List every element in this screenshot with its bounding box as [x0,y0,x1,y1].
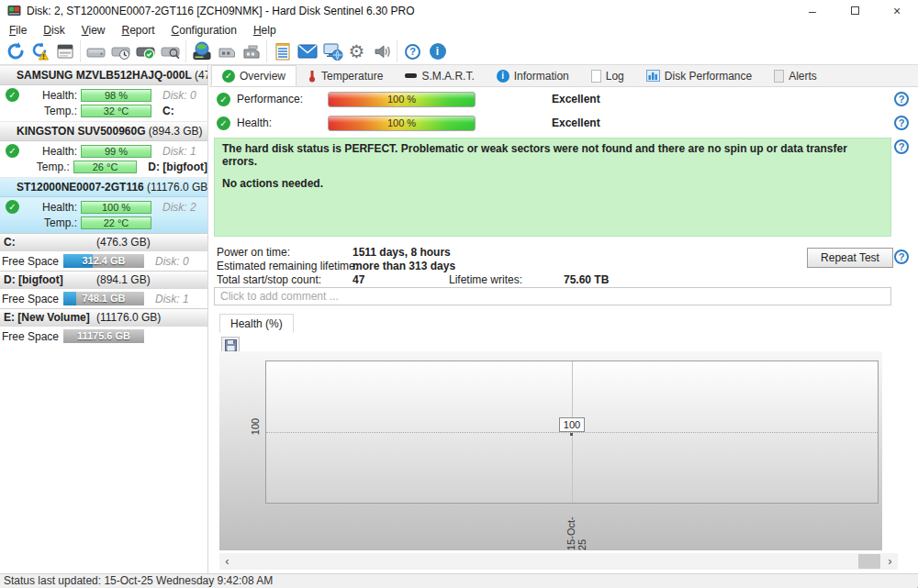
menu-item-help[interactable]: Help [245,22,285,39]
gear-glyph: ⚙ [349,42,365,61]
menu-item-configuration[interactable]: Configuration [163,22,245,39]
main-tab-strip: ✓ Overview Temperature S.M.A.R.T. i Info… [209,65,918,87]
repeat-test-button[interactable]: Repeat Test [807,248,893,268]
lifetime-writes-value: 75.60 TB [564,273,609,286]
maximize-button[interactable] [834,0,876,21]
disk-size: (476.9 GB) [195,69,207,82]
toolbar-separator [185,40,186,62]
menu-item-report[interactable]: Report [114,22,163,39]
drive-letter: D: [bigfoot] [148,161,207,173]
tab-information[interactable]: i Information [486,65,580,86]
disk-size: (11176.0 GB) [147,181,207,194]
tab-smart[interactable]: S.M.A.R.T. [394,65,485,86]
menu-item-disk[interactable]: Disk [35,22,73,39]
performance-row: ✓ Performance: 100 % Excellent ? [209,92,918,107]
app-icon [7,5,21,17]
globe-disk-icon[interactable] [189,39,214,63]
temp-bar: 22 °C [81,216,151,229]
chart-tab-label: Health (%) [230,317,283,330]
health-bar: 99 % [81,145,151,158]
tab-overview[interactable]: ✓ Overview [211,65,297,86]
comment-input[interactable] [214,287,891,305]
health-label: Health: [237,116,272,131]
question-glyph: ? [405,44,420,60]
scrollbar-thumb[interactable] [858,554,880,569]
tab-disk-performance[interactable]: Disk Performance [635,65,763,86]
disk-number: Disk: 2 [162,201,196,214]
disk-item-1[interactable]: KINGSTON SUV500960G (894.3 GB) ✓ Health:… [0,121,207,177]
help-icon[interactable]: ? [894,139,909,154]
disk-clock-icon[interactable] [108,39,133,63]
disk-name: ST12000NE0007-2GT116 [17,181,144,194]
free-space-label: Free Space [0,255,63,268]
overview-panel: ✓ Performance: 100 % Excellent ? ✓ Healt… [209,87,918,573]
disk-name: SAMSUNG MZVLB512HAJQ-000L [17,69,192,82]
help-icon[interactable]: ? [894,116,909,130]
close-button[interactable]: × [876,0,918,21]
remaining-lifetime-label: Estimated remaining lifetime: [217,260,358,272]
scroll-left-icon[interactable]: ‹ [219,554,235,569]
menu-item-file[interactable]: File [1,22,35,39]
remaining-lifetime-value: more than 313 days [353,260,455,272]
info-glyph: i [430,43,446,60]
health-ok-icon: ✓ [6,200,19,214]
tab-label: Information [514,70,569,83]
disk-header: SAMSUNG MZVLB512HAJQ-000L (476.9 GB) [0,65,207,85]
minimize-button[interactable]: – [791,0,834,21]
partition-size: (894.1 GB) [96,272,151,289]
chart-horizontal-scrollbar[interactable]: ‹ › [219,553,898,570]
health-chart-tab[interactable]: Health (%) [219,314,294,333]
refresh-icon[interactable] [3,39,28,63]
free-space-value: 748.1 GB [82,293,125,304]
help-icon[interactable]: ? [400,39,425,63]
disk-item-0[interactable]: SAMSUNG MZVLB512HAJQ-000L (476.9 GB) ✓ H… [0,65,207,121]
lifetime-writes-label: Lifetime writes: [449,273,522,286]
refresh-warning-icon[interactable] [28,39,52,63]
network-icon[interactable] [319,39,344,63]
partition-item-2[interactable]: E: [New Volume] (11176.0 GB) Free Space … [0,308,207,346]
status-message-line1: The hard disk status is PERFECT. Problem… [222,142,883,168]
temp-row: Temp.: 32 °C C: [0,103,207,118]
disk-search-icon[interactable] [158,39,183,63]
health-row: Health: 99 % Disk: 1 [0,143,207,159]
connector-alt-icon[interactable] [239,39,263,63]
help-icon[interactable]: ? [894,250,909,264]
tab-label: Alerts [789,70,817,83]
gear-icon[interactable]: ⚙ [344,39,369,63]
menu-item-view[interactable]: View [73,22,114,39]
start-stop-label: Total start/stop count: [217,273,321,286]
disk-check-icon[interactable] [133,39,158,63]
help-icon[interactable]: ? [894,92,909,106]
free-space-row: Free Space 11175.6 GB [0,327,207,346]
disk-item-2-selected[interactable]: ST12000NE0007-2GT116 (11176.0 GB) ✓ Heal… [0,177,207,233]
tab-label: S.M.A.R.T. [421,70,474,83]
disk-name: KINGSTON SUV500960G [17,125,146,138]
disk-number: Disk: 1 [162,145,196,158]
health-row: Health: 100 % Disk: 2 [0,199,207,215]
tab-log[interactable]: Log [580,65,635,86]
report-icon[interactable] [52,39,77,63]
partition-header: E: [New Volume] (11176.0 GB) [0,308,207,327]
free-space-label: Free Space [0,330,63,343]
performance-rating: Excellent [552,92,600,107]
y-axis-tick-label: 100 [250,418,261,435]
tab-label: Log [606,70,624,83]
tab-temperature[interactable]: Temperature [297,65,394,86]
speaker-icon[interactable] [369,39,394,63]
scroll-right-icon[interactable]: › [882,554,898,569]
status-text: Status last updated: 15-Oct-25 Wednesday… [4,574,273,587]
partition-item-0[interactable]: C: (476.3 GB) Free Space 312.4 GB Disk: … [0,233,207,271]
disk-number: Disk: 0 [155,255,189,268]
info-icon[interactable]: i [425,39,450,63]
disk-icon[interactable] [84,39,108,63]
floppy-icon [225,339,237,351]
tab-alerts[interactable]: Alerts [763,65,828,86]
resize-grip-icon[interactable] [913,583,915,585]
connector-icon[interactable] [214,39,239,63]
mail-icon[interactable] [295,39,319,63]
partition-size: (476.3 GB) [96,234,151,251]
notebook-icon[interactable] [270,39,295,63]
status-message-box: The hard disk status is PERFECT. Problem… [214,138,891,237]
partition-item-1[interactable]: D: [bigfoot] (894.1 GB) Free Space 748.1… [0,271,207,308]
temp-label: Temp.: [0,105,81,117]
